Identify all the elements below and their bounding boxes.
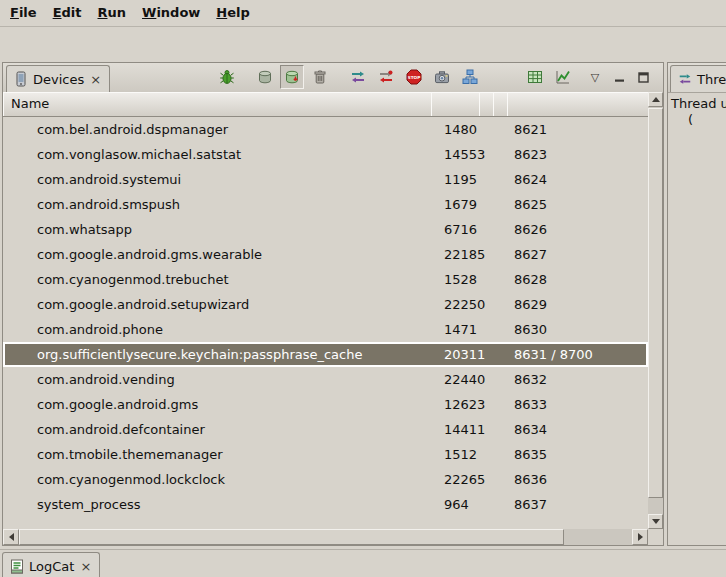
- device-icon: [14, 71, 28, 87]
- ddms-window: File Edit Run Window Help Devices ×: [0, 0, 726, 577]
- menu-help[interactable]: Help: [208, 0, 257, 26]
- table-row[interactable]: com.android.vending 22440 8632: [3, 367, 648, 392]
- vertical-scroll-thumb[interactable]: [648, 108, 663, 498]
- process-name: com.whatsapp: [37, 217, 132, 242]
- start-method-profiling-button[interactable]: [374, 65, 398, 89]
- process-pid: 964: [444, 492, 469, 517]
- menu-file[interactable]: File: [2, 0, 45, 26]
- table-row[interactable]: com.google.android.gms.wearable 22185 86…: [3, 242, 648, 267]
- process-port: 8621: [514, 117, 547, 142]
- table-row[interactable]: com.google.android.setupwizard 22250 862…: [3, 292, 648, 317]
- column-header-pid[interactable]: [431, 92, 480, 116]
- process-pid: 6716: [444, 217, 477, 242]
- view-menu-button[interactable]: ▽: [585, 65, 605, 89]
- scroll-right-button[interactable]: [632, 529, 648, 545]
- table-row[interactable]: com.google.android.gms 12623 8633: [3, 392, 648, 417]
- threads-icon: [678, 72, 692, 86]
- process-pid: 1480: [444, 117, 477, 142]
- trash-icon: [312, 69, 328, 85]
- process-name: com.android.smspush: [37, 192, 180, 217]
- process-pid: 14411: [444, 417, 485, 442]
- table-row[interactable]: com.android.defcontainer 14411 8634: [3, 417, 648, 442]
- table-row[interactable]: com.whatsapp 6716 8626: [3, 217, 648, 242]
- table-header: Name: [3, 92, 648, 117]
- tab-devices[interactable]: Devices ×: [6, 65, 110, 92]
- process-name: com.google.android.setupwizard: [37, 292, 249, 317]
- update-heap-button[interactable]: [253, 65, 277, 89]
- column-header-name-label: Name: [3, 92, 431, 116]
- hprof-cylinder-icon: [284, 69, 300, 85]
- tab-logcat-label: LogCat: [29, 559, 74, 574]
- maximize-button[interactable]: [633, 65, 653, 89]
- horizontal-scrollbar[interactable]: [3, 529, 648, 545]
- table-row[interactable]: com.android.smspush 1679 8625: [3, 192, 648, 217]
- table-row[interactable]: com.vonglasow.michael.satstat 14553 8623: [3, 142, 648, 167]
- process-pid: 22250: [444, 292, 485, 317]
- column-header-status2[interactable]: [493, 92, 508, 116]
- menu-window[interactable]: Window: [134, 0, 208, 26]
- scrollbar-corner: [648, 529, 663, 545]
- update-threads-button[interactable]: [346, 65, 370, 89]
- process-port: 8633: [514, 392, 547, 417]
- process-name: com.android.systemui: [37, 167, 181, 192]
- process-port: 8635: [514, 442, 547, 467]
- devices-panel: Devices ×: [2, 62, 664, 546]
- devices-tabstrip: Devices ×: [3, 63, 663, 93]
- update-threads-icon: [350, 69, 366, 85]
- scroll-down-button[interactable]: [648, 514, 663, 529]
- table-grid-icon: [527, 69, 543, 85]
- view-hierarchy-icon: [462, 69, 478, 85]
- process-port: 8628: [514, 267, 547, 292]
- process-pid: 1471: [444, 317, 477, 342]
- camera-icon: [434, 69, 450, 85]
- arrow-up-icon: [652, 97, 660, 102]
- process-port: 8627: [514, 242, 547, 267]
- arrow-right-icon: [638, 533, 643, 541]
- column-header-name[interactable]: Name: [3, 92, 432, 116]
- dump-hprof-button[interactable]: [280, 65, 304, 89]
- process-pid: 22265: [444, 467, 485, 492]
- menu-edit[interactable]: Edit: [45, 0, 90, 26]
- minimize-button[interactable]: [609, 65, 629, 89]
- heap-cylinder-icon: [257, 69, 273, 85]
- table-row[interactable]: com.bel.android.dspmanager 1480 8621: [3, 117, 648, 142]
- scroll-up-button[interactable]: [648, 92, 663, 107]
- process-port: 8625: [514, 192, 547, 217]
- table-row[interactable]: org.sufficientlysecure.keychain:passphra…: [3, 342, 648, 367]
- tab-logcat[interactable]: LogCat ×: [2, 552, 100, 577]
- close-icon[interactable]: ×: [79, 560, 92, 573]
- opengl-trace-button[interactable]: [551, 65, 575, 89]
- maximize-icon: [638, 72, 649, 83]
- stop-process-button[interactable]: STOP: [402, 65, 426, 89]
- process-pid: 1195: [444, 167, 477, 192]
- table-row[interactable]: system_process 964 8637: [3, 492, 648, 517]
- table-row[interactable]: com.android.systemui 1195 8624: [3, 167, 648, 192]
- process-pid: 12623: [444, 392, 485, 417]
- debug-bug-icon: [219, 69, 235, 85]
- process-pid: 1512: [444, 442, 477, 467]
- column-header-port[interactable]: [507, 92, 648, 116]
- table-row[interactable]: com.cyanogenmod.lockclock 22265 8636: [3, 467, 648, 492]
- sysinfo-table-button[interactable]: [523, 65, 547, 89]
- trace-graph-icon: [555, 69, 571, 85]
- arrow-down-icon: [652, 519, 660, 524]
- screen-capture-button[interactable]: [430, 65, 454, 89]
- process-pid: 1528: [444, 267, 477, 292]
- tab-devices-label: Devices: [33, 72, 84, 87]
- process-port: 8630: [514, 317, 547, 342]
- process-port: 8629: [514, 292, 547, 317]
- table-row[interactable]: com.tmobile.thememanager 1512 8635: [3, 442, 648, 467]
- column-header-status1[interactable]: [479, 92, 494, 116]
- table-row[interactable]: com.android.phone 1471 8630: [3, 317, 648, 342]
- scroll-left-button[interactable]: [3, 529, 19, 545]
- horizontal-scroll-thumb[interactable]: [19, 529, 564, 545]
- debug-process-button[interactable]: [215, 65, 239, 89]
- dump-view-hierarchy-button[interactable]: [458, 65, 482, 89]
- tab-threads[interactable]: Threads: [670, 65, 726, 92]
- cause-gc-button[interactable]: [308, 65, 332, 89]
- process-pid: 22185: [444, 242, 485, 267]
- menu-run[interactable]: Run: [90, 0, 135, 26]
- close-icon[interactable]: ×: [89, 73, 102, 86]
- vertical-scrollbar[interactable]: [648, 92, 663, 529]
- table-row[interactable]: com.cyanogenmod.trebuchet 1528 8628: [3, 267, 648, 292]
